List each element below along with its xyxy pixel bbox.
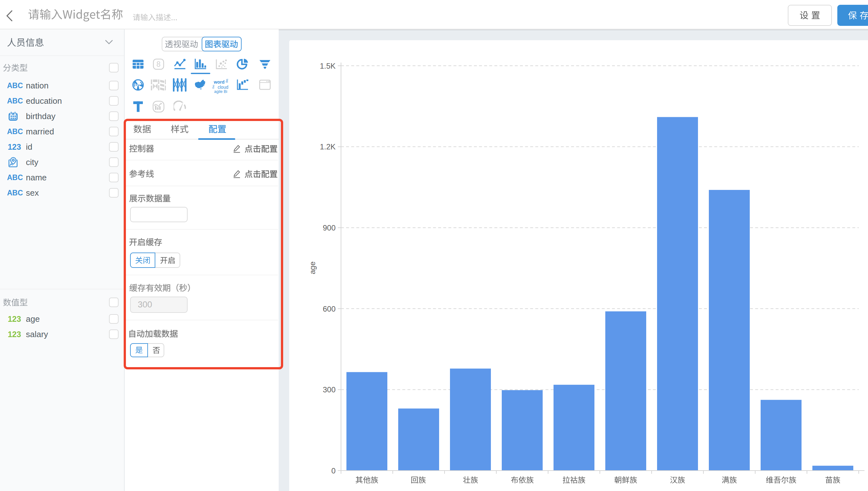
svg-text:age: age — [308, 261, 317, 274]
svg-text:1.2K: 1.2K — [320, 142, 335, 151]
svg-text:1.5K: 1.5K — [320, 62, 335, 70]
svg-text:900: 900 — [323, 224, 335, 232]
svg-text:600: 600 — [323, 305, 335, 313]
svg-text:8: 8 — [156, 60, 160, 68]
svg-text:300: 300 — [323, 385, 335, 394]
svg-text:0: 0 — [331, 466, 335, 475]
